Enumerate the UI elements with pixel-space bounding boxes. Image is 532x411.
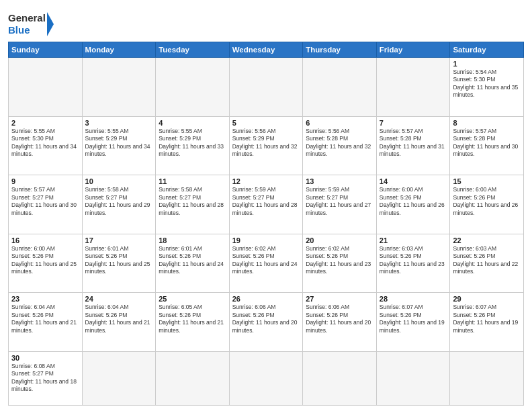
day-info: Sunrise: 6:04 AMSunset: 5:26 PMDaylight:… xyxy=(85,304,153,334)
calendar-cell xyxy=(9,58,83,117)
day-info: Sunrise: 6:01 AMSunset: 5:26 PMDaylight:… xyxy=(85,245,153,276)
calendar-cell: 13Sunrise: 5:59 AMSunset: 5:27 PMDayligh… xyxy=(303,175,377,234)
day-info: Sunrise: 6:00 AMSunset: 5:26 PMDaylight:… xyxy=(380,186,447,217)
weekday-header-wednesday: Wednesday xyxy=(229,42,303,58)
calendar-cell: 16Sunrise: 6:00 AMSunset: 5:26 PMDayligh… xyxy=(9,234,83,293)
calendar-cell: 11Sunrise: 5:58 AMSunset: 5:27 PMDayligh… xyxy=(156,175,230,234)
day-number: 14 xyxy=(380,177,447,185)
day-number: 12 xyxy=(232,177,300,185)
calendar-cell xyxy=(229,58,303,117)
day-number: 1 xyxy=(453,60,521,68)
calendar-cell xyxy=(376,58,450,117)
calendar-cell: 1Sunrise: 5:54 AMSunset: 5:30 PMDaylight… xyxy=(450,58,524,117)
day-info: Sunrise: 6:00 AMSunset: 5:26 PMDaylight:… xyxy=(453,186,521,217)
day-info: Sunrise: 5:55 AMSunset: 5:29 PMDaylight:… xyxy=(85,128,153,158)
day-number: 2 xyxy=(11,119,79,127)
weekday-header-saturday: Saturday xyxy=(450,42,524,58)
day-number: 27 xyxy=(306,295,373,303)
weekday-header-thursday: Thursday xyxy=(303,42,377,58)
day-number: 13 xyxy=(306,177,373,185)
calendar-cell xyxy=(229,351,303,405)
day-info: Sunrise: 6:06 AMSunset: 5:26 PMDaylight:… xyxy=(232,304,300,334)
day-number: 21 xyxy=(380,236,447,244)
calendar-cell: 19Sunrise: 6:02 AMSunset: 5:26 PMDayligh… xyxy=(229,234,303,293)
calendar-cell: 22Sunrise: 6:03 AMSunset: 5:26 PMDayligh… xyxy=(450,234,524,293)
day-number: 11 xyxy=(159,177,226,185)
calendar-cell xyxy=(82,58,156,117)
calendar-cell: 7Sunrise: 5:57 AMSunset: 5:28 PMDaylight… xyxy=(376,116,450,175)
calendar-cell: 17Sunrise: 6:01 AMSunset: 5:26 PMDayligh… xyxy=(82,234,156,293)
calendar-cell: 27Sunrise: 6:06 AMSunset: 5:26 PMDayligh… xyxy=(303,293,377,352)
calendar-cell: 4Sunrise: 5:55 AMSunset: 5:29 PMDaylight… xyxy=(156,116,230,175)
day-number: 8 xyxy=(453,119,521,127)
day-info: Sunrise: 6:03 AMSunset: 5:26 PMDaylight:… xyxy=(453,245,521,276)
day-number: 18 xyxy=(159,236,226,244)
calendar-cell xyxy=(156,58,230,117)
calendar-cell: 21Sunrise: 6:03 AMSunset: 5:26 PMDayligh… xyxy=(376,234,450,293)
calendar-cell: 6Sunrise: 5:56 AMSunset: 5:28 PMDaylight… xyxy=(303,116,377,175)
weekday-header-friday: Friday xyxy=(376,42,450,58)
day-info: Sunrise: 6:01 AMSunset: 5:26 PMDaylight:… xyxy=(159,245,226,276)
day-number: 22 xyxy=(453,236,521,244)
day-info: Sunrise: 5:54 AMSunset: 5:30 PMDaylight:… xyxy=(453,68,521,99)
header: GeneralBlue xyxy=(8,7,524,39)
svg-marker-2 xyxy=(47,12,54,36)
day-info: Sunrise: 5:55 AMSunset: 5:30 PMDaylight:… xyxy=(11,128,79,158)
calendar-cell: 24Sunrise: 6:04 AMSunset: 5:26 PMDayligh… xyxy=(82,293,156,352)
day-number: 23 xyxy=(11,295,79,303)
day-number: 17 xyxy=(85,236,153,244)
calendar-cell xyxy=(303,351,377,405)
day-number: 20 xyxy=(306,236,373,244)
day-number: 19 xyxy=(232,236,300,244)
svg-text:Blue: Blue xyxy=(8,24,30,36)
day-info: Sunrise: 5:56 AMSunset: 5:28 PMDaylight:… xyxy=(306,128,373,158)
calendar-cell: 26Sunrise: 6:06 AMSunset: 5:26 PMDayligh… xyxy=(229,293,303,352)
calendar-cell: 9Sunrise: 5:57 AMSunset: 5:27 PMDaylight… xyxy=(9,175,83,234)
day-number: 6 xyxy=(306,119,373,127)
day-number: 15 xyxy=(453,177,521,185)
day-info: Sunrise: 6:07 AMSunset: 5:26 PMDaylight:… xyxy=(380,304,447,334)
calendar-cell: 30Sunrise: 6:08 AMSunset: 5:27 PMDayligh… xyxy=(9,351,83,405)
weekday-header-row: SundayMondayTuesdayWednesdayThursdayFrid… xyxy=(9,42,524,58)
calendar-cell: 3Sunrise: 5:55 AMSunset: 5:29 PMDaylight… xyxy=(82,116,156,175)
day-info: Sunrise: 6:05 AMSunset: 5:26 PMDaylight:… xyxy=(159,304,226,334)
day-number: 29 xyxy=(453,295,521,303)
day-info: Sunrise: 5:57 AMSunset: 5:27 PMDaylight:… xyxy=(11,186,79,217)
calendar-week-row: 30Sunrise: 6:08 AMSunset: 5:27 PMDayligh… xyxy=(9,351,524,405)
day-number: 7 xyxy=(380,119,447,127)
calendar-cell: 8Sunrise: 5:57 AMSunset: 5:28 PMDaylight… xyxy=(450,116,524,175)
day-number: 3 xyxy=(85,119,153,127)
day-number: 24 xyxy=(85,295,153,303)
calendar-cell xyxy=(303,58,377,117)
calendar-table: SundayMondayTuesdayWednesdayThursdayFrid… xyxy=(8,42,524,406)
day-info: Sunrise: 6:00 AMSunset: 5:26 PMDaylight:… xyxy=(11,245,79,276)
weekday-header-sunday: Sunday xyxy=(9,42,83,58)
day-info: Sunrise: 5:58 AMSunset: 5:27 PMDaylight:… xyxy=(85,186,153,217)
day-number: 28 xyxy=(380,295,447,303)
calendar-cell: 15Sunrise: 6:00 AMSunset: 5:26 PMDayligh… xyxy=(450,175,524,234)
calendar-cell: 18Sunrise: 6:01 AMSunset: 5:26 PMDayligh… xyxy=(156,234,230,293)
day-info: Sunrise: 6:08 AMSunset: 5:27 PMDaylight:… xyxy=(11,363,79,394)
calendar-cell xyxy=(82,351,156,405)
calendar-week-row: 2Sunrise: 5:55 AMSunset: 5:30 PMDaylight… xyxy=(9,116,524,175)
day-info: Sunrise: 5:55 AMSunset: 5:29 PMDaylight:… xyxy=(159,128,226,158)
logo: GeneralBlue xyxy=(8,7,55,39)
day-number: 16 xyxy=(11,236,79,244)
calendar-cell: 20Sunrise: 6:02 AMSunset: 5:26 PMDayligh… xyxy=(303,234,377,293)
day-info: Sunrise: 6:02 AMSunset: 5:26 PMDaylight:… xyxy=(232,245,300,276)
calendar-cell xyxy=(156,351,230,405)
page: GeneralBlue SundayMondayTuesdayWednesday… xyxy=(0,0,532,411)
day-number: 4 xyxy=(159,119,226,127)
generalblue-logo-icon: GeneralBlue xyxy=(8,9,55,39)
day-number: 25 xyxy=(159,295,226,303)
calendar-week-row: 9Sunrise: 5:57 AMSunset: 5:27 PMDaylight… xyxy=(9,175,524,234)
weekday-header-monday: Monday xyxy=(82,42,156,58)
calendar-cell xyxy=(450,351,524,405)
day-number: 26 xyxy=(232,295,300,303)
day-number: 10 xyxy=(85,177,153,185)
calendar-cell: 25Sunrise: 6:05 AMSunset: 5:26 PMDayligh… xyxy=(156,293,230,352)
day-info: Sunrise: 5:57 AMSunset: 5:28 PMDaylight:… xyxy=(380,128,447,158)
day-info: Sunrise: 6:03 AMSunset: 5:26 PMDaylight:… xyxy=(380,245,447,276)
calendar-cell: 14Sunrise: 6:00 AMSunset: 5:26 PMDayligh… xyxy=(376,175,450,234)
calendar-cell: 23Sunrise: 6:04 AMSunset: 5:26 PMDayligh… xyxy=(9,293,83,352)
